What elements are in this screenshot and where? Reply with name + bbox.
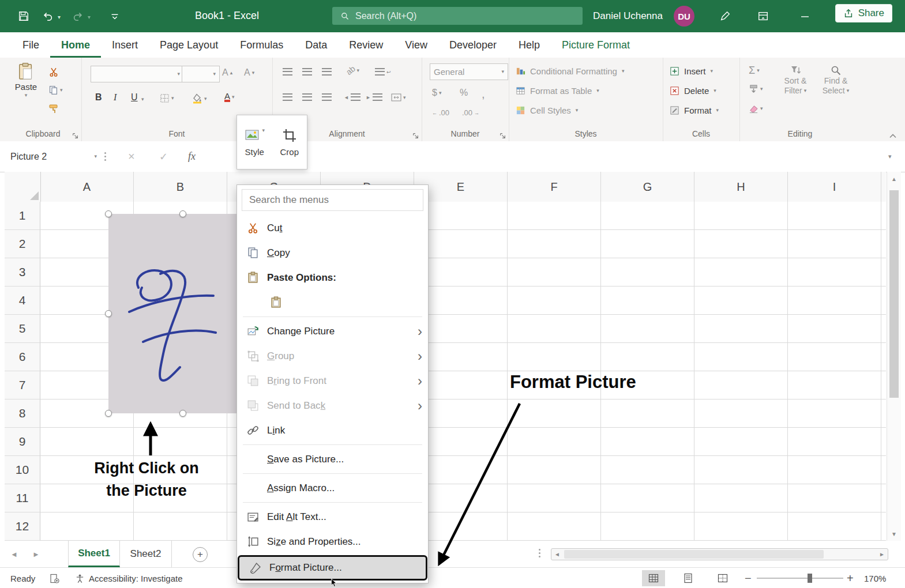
format-as-table-button[interactable]: Format as Table▾	[516, 83, 599, 98]
font-size-combo[interactable]: ▾	[182, 66, 220, 82]
menu-item-group[interactable]: Group›	[237, 344, 428, 368]
undo-icon[interactable]	[40, 9, 55, 24]
minimize-button[interactable]	[791, 0, 818, 32]
merge-center-button[interactable]: ▾	[391, 93, 406, 101]
avatar[interactable]: DU	[674, 6, 694, 27]
paste-button[interactable]: Paste ▾	[10, 62, 42, 98]
menu-item-edit-alt-text[interactable]: Edit Alt Text...	[237, 504, 428, 529]
fill-color-button[interactable]: ▾	[192, 93, 207, 104]
scroll-left-icon[interactable]: ◄	[554, 549, 560, 560]
customize-quick-access-icon[interactable]	[107, 9, 122, 24]
underline-button[interactable]: U	[131, 92, 138, 103]
tab-picture-format[interactable]: Picture Format	[551, 32, 641, 58]
zoom-out-button[interactable]: −	[745, 568, 752, 588]
menu-item-size-and-properties[interactable]: Size and Properties...	[237, 529, 428, 554]
align-center-button[interactable]	[302, 93, 312, 101]
selection-handle[interactable]	[179, 410, 186, 417]
align-left-button[interactable]	[283, 93, 292, 101]
user-name[interactable]: Daniel Uchenna	[593, 10, 663, 22]
decrease-indent-button[interactable]: ◄	[344, 93, 361, 101]
tab-file[interactable]: File	[12, 32, 50, 58]
menu-item-bring-to-front[interactable]: Bring to Front›	[237, 368, 428, 393]
scroll-right-icon[interactable]: ►	[879, 549, 885, 560]
comma-format-button[interactable]: ,	[482, 88, 485, 101]
normal-view-button[interactable]	[642, 570, 665, 586]
increase-decimal-button[interactable]: ←.00	[432, 108, 449, 117]
menu-item-save-as-picture[interactable]: Save as Picture...	[237, 447, 428, 472]
new-sheet-button[interactable]: +	[193, 547, 208, 562]
fill-button[interactable]: ▾	[749, 84, 763, 94]
cell-styles-button[interactable]: Cell Styles▾	[516, 103, 578, 118]
align-right-button[interactable]	[322, 93, 332, 101]
selection-handle[interactable]	[105, 310, 112, 317]
name-box[interactable]: Picture 2 ▾	[5, 141, 102, 172]
decrease-font-size-button[interactable]: A▾	[244, 67, 254, 78]
undo-dropdown-icon[interactable]: ▾	[58, 14, 61, 20]
row-header-4[interactable]: 4	[5, 287, 40, 315]
picture-style-button[interactable]: ▾ Style	[237, 115, 272, 169]
cancel-icon[interactable]: ×	[128, 141, 135, 172]
autosum-button[interactable]: Σ▾	[749, 65, 760, 77]
row-header-7[interactable]: 7	[5, 371, 40, 399]
zoom-level[interactable]: 170%	[864, 568, 886, 588]
font-color-button[interactable]: A ▾	[224, 92, 235, 102]
sheet-tab-sheet2[interactable]: Sheet2	[120, 541, 172, 567]
underline-dropdown-icon[interactable]: ▾	[141, 97, 144, 102]
formula-bar-divider[interactable]	[104, 152, 106, 154]
scroll-up-icon[interactable]: ▲	[887, 172, 901, 186]
menu-item-change-picture[interactable]: Change Picture›	[237, 319, 428, 344]
format-cells-button[interactable]: Format▾	[670, 103, 719, 118]
top-align-button[interactable]	[283, 68, 292, 76]
copy-button[interactable]: ▾	[48, 85, 63, 95]
menu-item-format-picture[interactable]: Format Picture...	[238, 555, 427, 581]
ribbon-display-options-icon[interactable]	[756, 9, 771, 24]
row-header-3[interactable]: 3	[5, 258, 40, 287]
column-header-G[interactable]: G	[601, 172, 694, 202]
horizontal-scrollbar-thumb[interactable]	[564, 550, 824, 559]
clear-button[interactable]: ▾	[749, 104, 763, 114]
tab-page-layout[interactable]: Page Layout	[149, 32, 229, 58]
font-name-combo[interactable]: ▾	[91, 66, 184, 82]
row-header-11[interactable]: 11	[5, 484, 40, 512]
select-all-corner[interactable]	[5, 172, 41, 202]
menu-item-paste-preview[interactable]	[237, 290, 428, 315]
bold-button[interactable]: B	[95, 92, 102, 103]
tab-review[interactable]: Review	[338, 32, 394, 58]
wrap-text-button[interactable]: ↩	[375, 68, 391, 76]
zoom-slider[interactable]	[757, 578, 843, 579]
horizontal-scrollbar[interactable]: ◄ ►	[551, 548, 888, 560]
column-header-B[interactable]: B	[134, 172, 227, 202]
currency-format-button[interactable]: $▾	[432, 88, 441, 98]
column-header-I[interactable]: I	[788, 172, 881, 202]
menu-item-copy[interactable]: Copy	[237, 240, 428, 265]
row-header-10[interactable]: 10	[5, 456, 40, 484]
collapse-ribbon-icon[interactable]	[889, 131, 897, 137]
row-header-9[interactable]: 9	[5, 428, 40, 456]
row-header-5[interactable]: 5	[5, 315, 40, 343]
sort-filter-button[interactable]: Sort & Filter▾	[776, 65, 814, 96]
menu-item-send-to-back[interactable]: Send to Back›	[237, 393, 428, 418]
column-header-H[interactable]: H	[694, 172, 788, 202]
sheet-nav-right-icon[interactable]: ►	[32, 541, 40, 567]
menu-item-paste-options[interactable]: Paste Options:	[237, 265, 428, 290]
pen-icon[interactable]	[718, 9, 733, 24]
increase-indent-button[interactable]: ►	[366, 93, 382, 101]
delete-cells-button[interactable]: Delete▾	[670, 83, 716, 98]
increase-font-size-button[interactable]: A▴	[222, 67, 232, 78]
menu-item-link[interactable]: Link	[237, 418, 428, 443]
alignment-dialog-launcher-icon[interactable]	[412, 131, 419, 137]
tab-developer[interactable]: Developer	[438, 32, 508, 58]
zoom-in-button[interactable]: +	[847, 568, 854, 588]
macro-record-icon[interactable]	[50, 568, 59, 588]
tab-home[interactable]: Home	[50, 32, 101, 58]
row-header-12[interactable]: 12	[5, 512, 40, 541]
tab-insert[interactable]: Insert	[101, 32, 149, 58]
insert-cells-button[interactable]: Insert▾	[670, 63, 713, 78]
selected-picture[interactable]	[108, 214, 257, 413]
expand-formula-bar-icon[interactable]: ▾	[888, 141, 892, 172]
name-box-dropdown-icon[interactable]: ▾	[94, 154, 97, 159]
menu-search-input[interactable]: Search the menus	[242, 189, 423, 211]
sheet-nav-left-icon[interactable]: ◄	[10, 541, 18, 567]
number-format-combo[interactable]: General ▾	[430, 63, 508, 80]
decrease-decimal-button[interactable]: .00→	[462, 108, 479, 117]
